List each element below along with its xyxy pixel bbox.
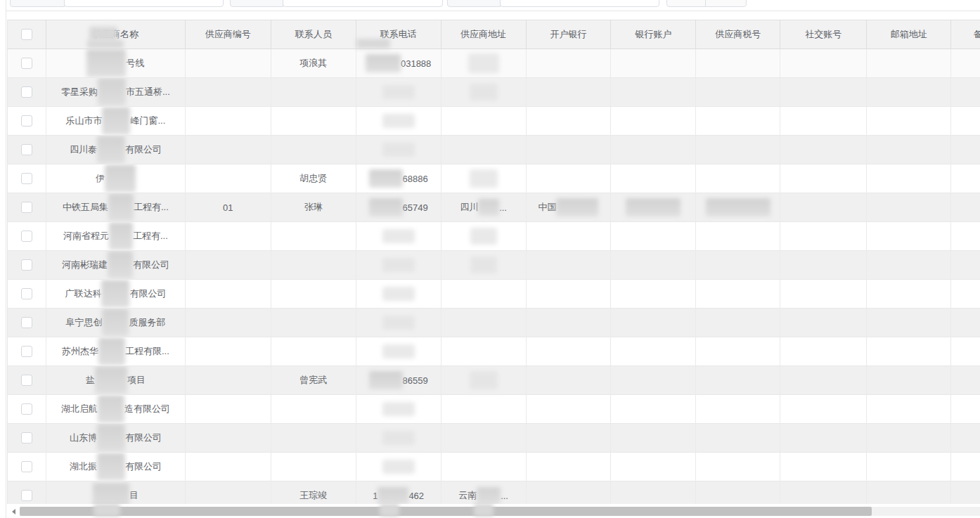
cell-social xyxy=(780,136,867,164)
cell-account xyxy=(611,366,696,395)
scroll-left-button[interactable] xyxy=(7,507,20,516)
cell-check xyxy=(8,136,46,164)
query-field-1-input[interactable] xyxy=(64,0,224,7)
cell-text: 苏州杰华 xyxy=(62,345,98,358)
cell-text: 质服务部 xyxy=(129,316,165,329)
cell-text: 四川泰 xyxy=(70,143,97,156)
cell-tax xyxy=(696,107,780,136)
row-checkbox[interactable] xyxy=(21,144,32,155)
cell-text: 零星采购 xyxy=(61,86,98,98)
column-header-bank: 开户银行 xyxy=(527,20,612,49)
cell-text: 号线 xyxy=(126,57,144,70)
row-checkbox[interactable] xyxy=(21,58,32,69)
row-checkbox[interactable] xyxy=(21,173,32,184)
cell-account xyxy=(611,251,696,280)
cell-text: 乐山市市 xyxy=(65,115,102,127)
cell-note xyxy=(951,193,980,222)
query-button-2[interactable] xyxy=(705,0,747,7)
query-field-2-input[interactable] xyxy=(283,0,443,7)
cell-bank xyxy=(527,309,612,337)
cell-text: 68886 xyxy=(403,174,428,184)
redacted-blur xyxy=(382,114,415,128)
cell-address xyxy=(441,395,527,424)
table-row: 四川泰有限公司 xyxy=(8,136,980,164)
cell-text: 市五通桥... xyxy=(126,86,170,98)
cell-account xyxy=(611,193,696,222)
column-header-label: 邮箱地址 xyxy=(891,28,927,41)
query-button-1[interactable] xyxy=(666,0,707,7)
redacted-blur xyxy=(97,136,125,164)
cell-name: 伊 xyxy=(46,164,186,193)
row-checkbox[interactable] xyxy=(21,490,32,501)
column-header-label: 银行账户 xyxy=(635,28,671,41)
cell-text: 曾宪武 xyxy=(299,374,327,387)
redacted-blur xyxy=(101,280,129,308)
cell-social xyxy=(780,164,867,193)
redacted-blur xyxy=(382,460,415,474)
query-field-3-input[interactable] xyxy=(500,0,659,7)
cell-name: 湖北启航造有限公司 xyxy=(46,395,186,424)
column-header-code: 供应商编号 xyxy=(186,20,271,49)
cell-phone: 68886 xyxy=(356,164,441,193)
cell-code xyxy=(186,337,271,366)
cell-address xyxy=(441,366,527,395)
cell-note xyxy=(951,280,980,309)
cell-check xyxy=(8,481,46,504)
row-checkbox[interactable] xyxy=(21,375,32,386)
row-checkbox[interactable] xyxy=(21,317,32,328)
cell-email xyxy=(867,136,951,164)
cell-email xyxy=(867,309,951,337)
redacted-blur xyxy=(468,53,499,73)
redacted-blur xyxy=(98,395,124,423)
cell-text: 胡忠贤 xyxy=(299,172,327,185)
cell-note xyxy=(951,222,980,251)
cell-social xyxy=(780,251,867,280)
cell-note xyxy=(951,251,980,280)
cell-social xyxy=(780,424,867,453)
cell-social xyxy=(780,49,867,78)
cell-social xyxy=(780,107,867,136)
query-field-3-label xyxy=(447,0,501,7)
cell-bank xyxy=(527,395,612,424)
row-checkbox[interactable] xyxy=(21,432,32,443)
scrollbar-thumb[interactable] xyxy=(20,507,872,516)
column-header-label: 供应商编号 xyxy=(205,28,251,41)
cell-check xyxy=(8,424,46,453)
cell-text: 工程有... xyxy=(133,230,168,242)
row-checkbox[interactable] xyxy=(21,231,32,242)
cell-email xyxy=(867,164,951,193)
cell-tax xyxy=(696,280,780,309)
row-checkbox[interactable] xyxy=(21,115,32,127)
cell-name: 中铁五局集工程有... xyxy=(46,193,186,222)
row-checkbox[interactable] xyxy=(21,202,32,213)
cell-text: 有限公司 xyxy=(133,259,169,271)
cell-bank xyxy=(527,424,612,453)
cell-tax xyxy=(696,222,780,251)
redacted-blur xyxy=(366,54,401,72)
redacted-blur xyxy=(382,229,415,243)
cell-account xyxy=(611,78,696,107)
cell-name: 湖北振有限公司 xyxy=(46,453,186,481)
column-header-label: 备注 xyxy=(974,28,980,41)
row-checkbox[interactable] xyxy=(21,86,32,98)
row-checkbox[interactable] xyxy=(21,403,32,415)
row-checkbox[interactable] xyxy=(21,288,32,299)
cell-bank: 中国 xyxy=(527,193,612,222)
cell-note xyxy=(951,366,980,395)
select-all-checkbox[interactable] xyxy=(21,29,32,40)
row-checkbox[interactable] xyxy=(21,346,32,357)
cell-contact xyxy=(271,251,356,280)
row-checkbox[interactable] xyxy=(21,259,32,271)
cell-note xyxy=(951,49,980,78)
cell-text: ... xyxy=(499,202,507,213)
row-checkbox[interactable] xyxy=(21,461,32,472)
cell-contact: 项浪其 xyxy=(271,49,356,78)
table-row: 湖北振有限公司 xyxy=(8,453,980,481)
cell-text: 四川 xyxy=(460,201,478,214)
redacted-blur xyxy=(382,402,415,416)
cell-contact xyxy=(271,337,356,366)
cell-account xyxy=(611,337,696,366)
cell-phone xyxy=(356,453,441,481)
column-header-label: 开户银行 xyxy=(550,28,586,41)
cell-name: 号线 xyxy=(46,49,186,78)
